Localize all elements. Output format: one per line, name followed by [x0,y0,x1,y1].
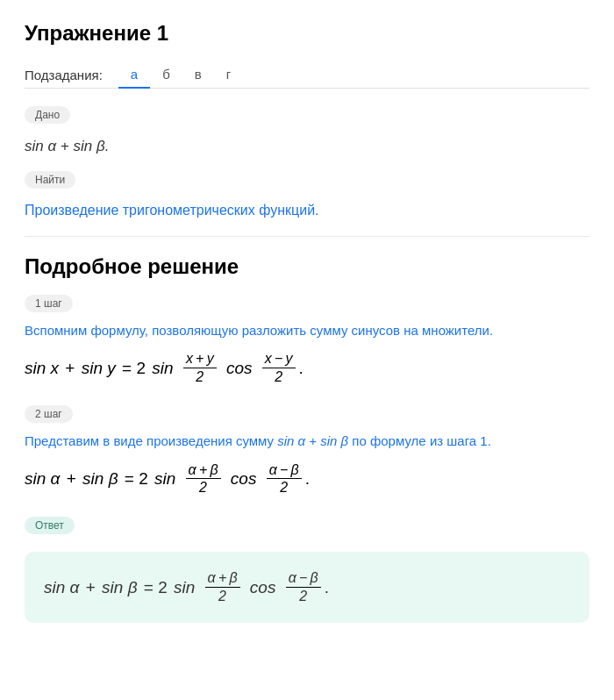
step1-formula: sin x + sin y = 2 sin x + y 2 cos x − y … [25,350,589,387]
step2-section: 2 шаг Представим в виде произведения сум… [25,405,589,496]
subtasks-row: Подзадания: а б в г [25,61,589,89]
answer-badge: Ответ [25,517,75,534]
subtask-tab-v[interactable]: в [182,61,214,89]
step2-badge: 2 шаг [25,405,73,423]
given-formula: sin α + sin β. [25,138,589,155]
find-section: Найти Произведение тригонометрических фу… [25,171,589,218]
find-text: Произведение тригонометрических функций. [25,203,589,218]
subtasks-label: Подзадания: [25,68,103,82]
step2-desc: Представим в виде произведения сумму sin… [25,432,589,452]
step2-formula: sin α + sin β = 2 sin α + β 2 cos α − β … [25,461,589,497]
dado-badge: Дано [25,106,70,124]
answer-formula: sin α + sin β = 2 sin α + β 2 cos α − β … [25,552,589,624]
step1-section: 1 шаг Вспомним формулу, позволяющую разл… [25,295,589,386]
subtask-tab-a[interactable]: а [118,61,150,89]
step1-badge: 1 шаг [25,295,73,312]
section-divider [25,236,589,237]
find-badge: Найти [25,171,75,189]
subtask-tab-b[interactable]: б [150,61,182,89]
answer-section: Ответ sin α + sin β = 2 sin α + β 2 cos … [25,517,589,624]
solution-title: Подробное решение [25,254,589,279]
page-title: Упражнение 1 [25,21,589,46]
step1-desc: Вспомним формулу, позволяющую разложить … [25,321,589,341]
subtask-tab-g[interactable]: г [214,61,243,89]
dado-section: Дано sin α + sin β. [25,106,589,155]
